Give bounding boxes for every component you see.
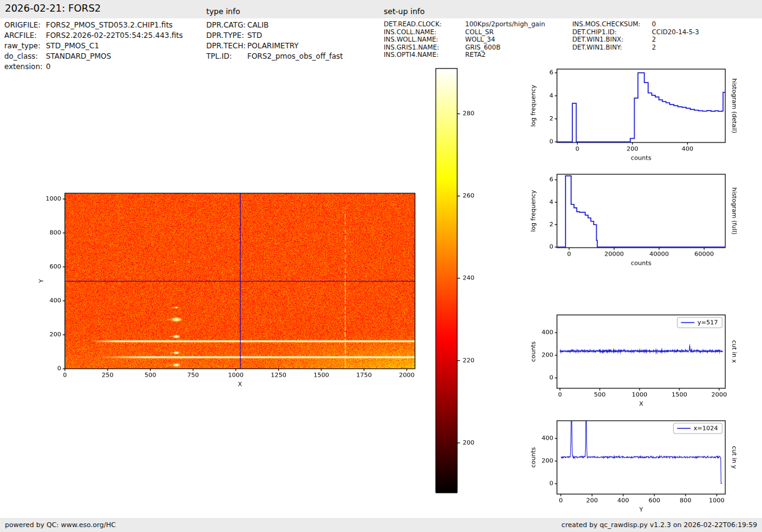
type-info-block: DPR.CATG:CALIB DPR.TYPE:STD DPR.TECH:POL… xyxy=(206,20,343,62)
meta-value: 0 xyxy=(652,20,656,28)
page-title: 2026-02-21: FORS2 xyxy=(5,2,101,14)
meta-row-dprtype: DPR.TYPE:STD xyxy=(206,31,343,41)
meta-row-arcfile: ARCFILE:FORS2.2026-02-22T05:54:25.443.fi… xyxy=(4,31,183,41)
meta-row-doclass: do_class:STANDARD_PMOS xyxy=(4,51,183,62)
meta-row-readclock: DET.READ.CLOCK:100Kps/2ports/high_gain xyxy=(384,20,545,28)
colorbar xyxy=(425,61,496,498)
meta-value: COLL_SR xyxy=(465,28,494,35)
meta-label: INS.COLL.NAME: xyxy=(384,28,465,36)
meta-row-tplid: TPL.ID:FORS2_pmos_obs_off_fast xyxy=(206,51,343,62)
meta-value: WOLL_34 xyxy=(465,35,495,43)
type-info-title: type info xyxy=(206,7,240,16)
meta-label: ORIGFILE: xyxy=(4,20,46,31)
meta-label: TPL.ID: xyxy=(206,51,247,62)
histogram-full-plot xyxy=(523,166,762,283)
meta-label: DET.WIN1.BINY: xyxy=(572,43,652,51)
meta-label: DPR.TYPE: xyxy=(206,31,247,41)
meta-value: GRIS_600B xyxy=(465,43,501,51)
file-info-block: ORIGFILE:FORS2_PMOS_STD053.2.CHIP1.fits … xyxy=(4,20,183,72)
meta-value: RETA2 xyxy=(465,51,485,58)
footer-created-by: created by qc_rawdisp.py v1.2.3 on 2026-… xyxy=(561,521,757,529)
meta-row-extension: extension:0 xyxy=(4,62,183,72)
meta-row-optiname: INS.OPTI4.NAME:RETA2 xyxy=(384,51,545,59)
meta-value: STD xyxy=(247,31,262,40)
meta-value: 0 xyxy=(46,62,51,71)
meta-label: DET.CHIP1.ID: xyxy=(572,28,652,36)
meta-value: FORS2_PMOS_STD053.2.CHIP1.fits xyxy=(46,21,173,29)
meta-row-dprcatg: DPR.CATG:CALIB xyxy=(206,20,343,31)
setup-info-block-1: DET.READ.CLOCK:100Kps/2ports/high_gain I… xyxy=(384,20,545,59)
cut-in-x-plot xyxy=(523,305,762,427)
histogram-detail-plot xyxy=(523,60,762,176)
meta-label: INS.MOS.CHECKSUM: xyxy=(572,20,652,28)
ccd-raw-image-plot xyxy=(24,183,428,399)
meta-value: 2 xyxy=(652,35,656,43)
header-bar: 2026-02-21: FORS2 type info set-up info xyxy=(0,0,762,18)
meta-label: extension: xyxy=(4,62,46,72)
setup-info-title: set-up info xyxy=(384,7,425,16)
meta-row-chipid: DET.CHIP1.ID:CCID20-14-5-3 xyxy=(572,28,699,36)
meta-row-binx: DET.WIN1.BINX:2 xyxy=(572,35,699,43)
meta-value: FORS2_pmos_obs_off_fast xyxy=(247,52,343,61)
meta-label: INS.GRIS1.NAME: xyxy=(384,43,465,51)
meta-row-rawtype: raw_type:STD_PMOS_C1 xyxy=(4,41,183,51)
qc-rawdisp-page: 2026-02-21: FORS2 type info set-up info … xyxy=(0,0,762,532)
meta-row-wollname: INS.WOLL.NAME:WOLL_34 xyxy=(384,35,545,43)
meta-value: CCID20-14-5-3 xyxy=(652,28,699,35)
meta-label: ARCFILE: xyxy=(4,31,46,41)
footer-bar: powered by QC: www.eso.org/HC created by… xyxy=(0,518,762,532)
meta-label: DPR.CATG: xyxy=(206,20,247,31)
meta-value: CALIB xyxy=(247,21,269,29)
meta-label: INS.OPTI4.NAME: xyxy=(384,51,465,59)
meta-value: POLARIMETRY xyxy=(247,42,299,50)
meta-row-checksum: INS.MOS.CHECKSUM:0 xyxy=(572,20,699,28)
cut-in-y-plot xyxy=(523,410,762,532)
meta-value: STANDARD_PMOS xyxy=(46,52,111,61)
meta-row-grisname: INS.GRIS1.NAME:GRIS_600B xyxy=(384,43,545,51)
meta-row-collname: INS.COLL.NAME:COLL_SR xyxy=(384,28,545,36)
meta-value: 100Kps/2ports/high_gain xyxy=(465,20,545,28)
meta-value: FORS2.2026-02-22T05:54:25.443.fits xyxy=(46,31,183,40)
setup-info-block-2: INS.MOS.CHECKSUM:0 DET.CHIP1.ID:CCID20-1… xyxy=(572,20,699,51)
meta-row-origfile: ORIGFILE:FORS2_PMOS_STD053.2.CHIP1.fits xyxy=(4,20,183,31)
meta-row-biny: DET.WIN1.BINY:2 xyxy=(572,43,699,51)
meta-label: INS.WOLL.NAME: xyxy=(384,35,465,43)
meta-row-dprtech: DPR.TECH:POLARIMETRY xyxy=(206,41,343,51)
meta-label: DET.WIN1.BINX: xyxy=(572,35,652,43)
footer-powered-by: powered by QC: www.eso.org/HC xyxy=(5,521,116,529)
meta-label: do_class: xyxy=(4,51,46,62)
meta-value: STD_PMOS_C1 xyxy=(46,42,99,50)
meta-label: DPR.TECH: xyxy=(206,41,247,51)
meta-label: DET.READ.CLOCK: xyxy=(384,20,465,28)
meta-label: raw_type: xyxy=(4,41,46,51)
meta-value: 2 xyxy=(652,43,656,51)
